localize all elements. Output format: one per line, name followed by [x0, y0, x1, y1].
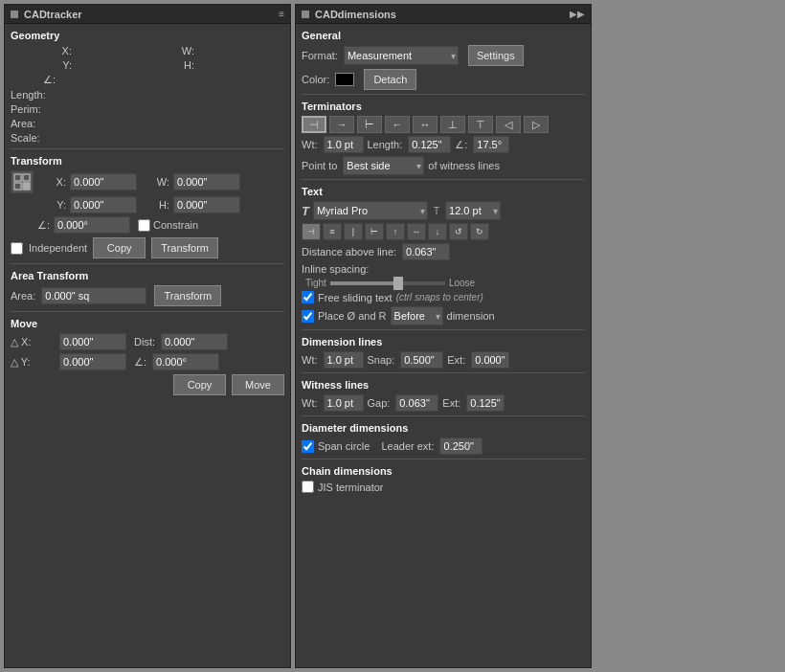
color-label: Color: — [302, 74, 329, 85]
text-section-title: Text — [302, 186, 585, 197]
place-or-select-wrapper: Before — [391, 306, 443, 325]
independent-checkbox[interactable] — [11, 242, 23, 255]
text-alignment-row: ⊣ ≡ | ⊢ ↑ ↔ ↓ ↺ ↻ — [302, 223, 585, 240]
terminator-btn-2[interactable]: → — [329, 116, 354, 133]
terminator-btn-7[interactable]: ⊤ — [468, 116, 493, 133]
witness-lines-row: Wt: Gap: Ext: — [302, 394, 585, 412]
terminator-btn-1[interactable]: ⊣ — [302, 116, 326, 133]
perim-label: Perim: — [11, 103, 68, 115]
move-copy-button[interactable]: Copy — [173, 374, 226, 395]
transform-h-label: H: — [141, 199, 169, 211]
point-to-select[interactable]: Best side — [343, 156, 424, 175]
transform-section-title: Transform — [11, 155, 284, 167]
text-align-btn-8[interactable]: ↺ — [449, 223, 468, 240]
move-angle-input[interactable] — [152, 353, 219, 370]
term-length-input[interactable] — [408, 136, 451, 153]
wit-ext-input[interactable] — [466, 394, 505, 412]
transform-y-input[interactable] — [70, 196, 137, 213]
span-circle-checkbox[interactable] — [302, 440, 314, 453]
right-close-icon[interactable] — [302, 11, 309, 18]
scale-label: Scale: — [11, 132, 68, 144]
area-transform-row: Area: Transform — [11, 285, 284, 306]
text-align-btn-4[interactable]: ⊢ — [365, 223, 384, 240]
terminators-icons-row: ⊣ → ⊢ ← ↔ ⊥ ⊤ ◁ ▷ — [302, 116, 585, 133]
terminators-section-title: Terminators — [302, 101, 585, 112]
span-circle-label: Span circle — [318, 440, 370, 452]
dim-wt-label: Wt: — [302, 354, 318, 366]
text-align-btn-3[interactable]: | — [344, 223, 363, 240]
move-dist-label: Dist: — [134, 336, 155, 347]
settings-button[interactable]: Settings — [468, 45, 524, 66]
area-transform-area-input[interactable] — [41, 287, 146, 304]
place-or-suffix: dimension — [447, 310, 495, 322]
transform-angle-input[interactable] — [54, 216, 130, 234]
move-y-input[interactable] — [59, 353, 126, 370]
move-buttons-row: Copy Move — [11, 374, 284, 395]
detach-button[interactable]: Detach — [364, 69, 416, 90]
geometry-section-title: Geometry — [11, 30, 284, 41]
transform-h-input[interactable] — [173, 196, 240, 213]
cadtracker-content: Geometry X: W: Y: H: ∠: Length: Perim: A… — [5, 24, 290, 667]
distance-above-label: Distance above line: — [302, 246, 396, 258]
dim-wt-input[interactable] — [324, 351, 364, 369]
transform-x-input[interactable] — [70, 173, 137, 190]
inline-spacing-row: Inline spacing: — [302, 263, 585, 275]
general-format-row: Format: Measurement Settings — [302, 45, 585, 66]
terminator-btn-3[interactable]: ⊢ — [357, 116, 382, 133]
dim-ext-input[interactable] — [471, 351, 509, 369]
transform-w-label: W: — [141, 176, 169, 188]
terminator-btn-5[interactable]: ↔ — [413, 116, 437, 133]
right-menu-icon[interactable]: ▶▶ — [570, 9, 585, 19]
text-align-btn-9[interactable]: ↻ — [470, 223, 489, 240]
font-select[interactable]: Myriad Pro — [313, 201, 428, 220]
wit-wt-input[interactable] — [324, 394, 364, 412]
constrain-checkbox[interactable] — [138, 219, 150, 232]
transform-copy-button[interactable]: Copy — [93, 237, 146, 258]
area-transform-button[interactable]: Transform — [154, 285, 221, 306]
distance-above-input[interactable] — [402, 243, 450, 260]
area-label: Area: — [11, 118, 68, 129]
wit-gap-input[interactable] — [395, 394, 438, 412]
place-or-select[interactable]: Before — [391, 306, 443, 325]
transform-w-input[interactable] — [173, 173, 240, 190]
geometry-perim-row: Perim: — [11, 103, 284, 115]
terminator-btn-8[interactable]: ◁ — [496, 116, 521, 133]
text-align-btn-5[interactable]: ↑ — [386, 223, 405, 240]
terminators-point-row: Point to Best side of witness lines — [302, 156, 585, 175]
transform-transform-button[interactable]: Transform — [151, 237, 218, 258]
leader-ext-label: Leader ext: — [381, 440, 434, 452]
move-section-title: Move — [11, 318, 284, 329]
text-align-btn-6[interactable]: ↔ — [407, 223, 426, 240]
jis-terminator-label: JIS terminator — [318, 482, 383, 493]
terminator-btn-9[interactable]: ▷ — [524, 116, 549, 133]
close-icon[interactable] — [11, 11, 18, 18]
free-sliding-note: (ctrl snaps to center) — [396, 292, 483, 302]
terminator-btn-4[interactable]: ← — [385, 116, 410, 133]
independent-label: Independent — [29, 242, 87, 254]
place-or-checkbox[interactable] — [302, 310, 314, 323]
x-label: X: — [43, 45, 72, 56]
jis-terminator-checkbox[interactable] — [302, 481, 314, 493]
move-move-button[interactable]: Move — [232, 374, 284, 395]
menu-icon[interactable]: ≡ — [279, 9, 284, 19]
term-angle-input[interactable] — [473, 136, 509, 153]
color-swatch[interactable] — [335, 73, 354, 86]
free-sliding-checkbox[interactable] — [302, 291, 314, 303]
text-align-btn-2[interactable]: ≡ — [323, 223, 342, 240]
length-label: Length: — [11, 89, 68, 101]
inline-spacing-slider[interactable] — [330, 281, 445, 285]
format-select[interactable]: Measurement — [344, 46, 459, 65]
text-align-btn-7[interactable]: ↓ — [428, 223, 447, 240]
svg-rect-0 — [14, 174, 21, 181]
leader-ext-input[interactable] — [439, 437, 482, 455]
area-transform-area-label: Area: — [11, 290, 35, 302]
move-dist-input[interactable] — [161, 333, 228, 350]
dim-snap-input[interactable] — [400, 351, 443, 369]
font-size-select[interactable]: 12.0 pt — [445, 201, 501, 220]
move-x-input[interactable] — [59, 333, 126, 350]
terminator-btn-6[interactable]: ⊥ — [440, 116, 465, 133]
y-label: Y: — [43, 59, 72, 71]
term-wt-input[interactable] — [324, 136, 364, 153]
text-align-btn-1[interactable]: ⊣ — [302, 223, 321, 240]
transform-y-label: Y: — [37, 199, 66, 211]
